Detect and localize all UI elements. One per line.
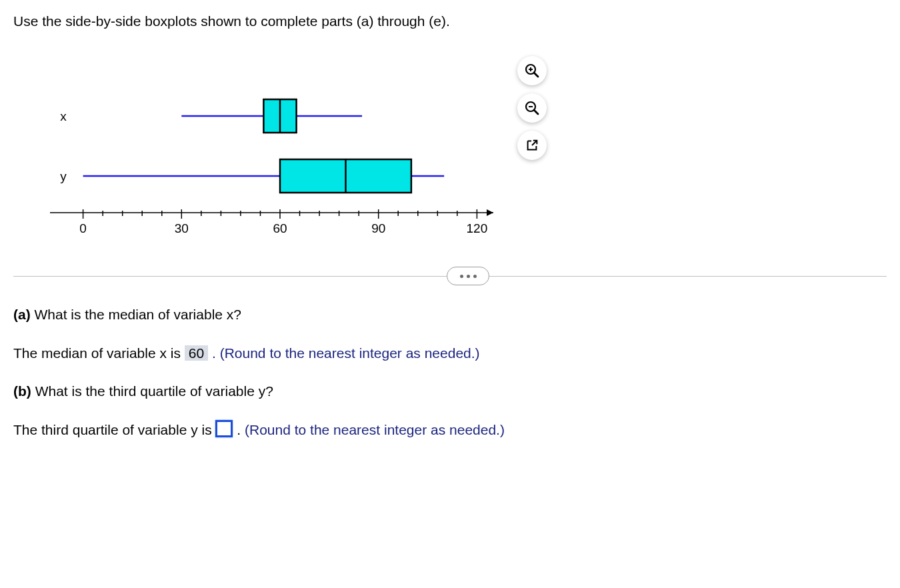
question-b-text: What is the third quartile of variable y… [35,383,273,399]
series-label-x: x [60,109,67,123]
answer-b-input[interactable] [215,420,233,437]
tick-60: 60 [273,221,287,235]
boxplot-series-x: x [60,99,362,133]
svg-line-5 [534,110,538,114]
zoom-in-button[interactable] [517,56,547,85]
question-a-label: (a) [13,307,31,322]
svg-line-1 [534,73,538,77]
x-axis: 0 30 60 90 [50,209,493,235]
series-label-y: y [60,169,67,183]
boxplot-figure: 0 30 60 90 [27,56,547,256]
answer-a-suffix: . [212,345,220,361]
popout-button[interactable] [517,131,547,160]
question-b-label: (b) [13,383,31,399]
zoom-out-button[interactable] [517,93,547,123]
answer-a-hint: (Round to the nearest integer as needed.… [220,345,480,361]
zoom-out-icon [524,100,540,116]
answer-b-suffix: . [237,422,245,437]
answer-b-line: The third quartile of variable y is . (R… [13,419,887,441]
question-a-text: What is the median of variable x? [35,307,242,322]
answer-a-line: The median of variable x is 60 . (Round … [13,342,887,365]
popout-icon [525,138,539,153]
tick-90: 90 [371,221,385,235]
svg-line-7 [532,141,537,145]
boxplot-series-y: y [60,159,444,193]
answer-b-hint: (Round to the nearest integer as needed.… [245,422,505,437]
tick-0: 0 [79,221,87,235]
tick-30: 30 [175,221,189,235]
question-a: (a) What is the median of variable x? [13,303,887,326]
question-b: (b) What is the third quartile of variab… [13,380,887,403]
intro-text: Use the side-by-side boxplots shown to c… [13,13,887,29]
boxplot-svg: 0 30 60 90 [27,56,507,256]
answer-a-prefix: The median of variable x is [13,345,185,361]
answer-b-prefix: The third quartile of variable y is [13,422,215,437]
svg-marker-9 [487,209,493,216]
more-button[interactable] [447,267,489,285]
zoom-in-icon [524,63,540,79]
answer-a-input[interactable]: 60 [185,345,208,361]
tick-120: 120 [467,221,488,235]
